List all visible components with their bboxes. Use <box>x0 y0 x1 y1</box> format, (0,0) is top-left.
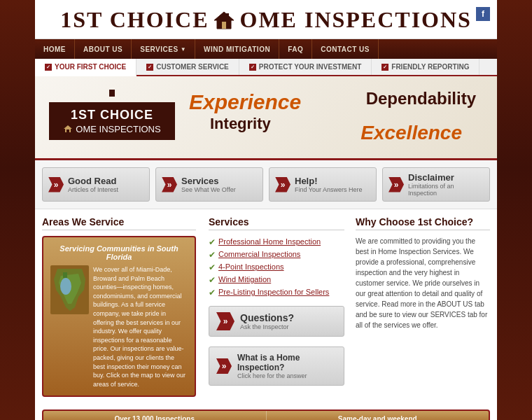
hero-words: Experience Dependability Integrity Excel… <box>175 83 483 151</box>
service-link-4[interactable]: Wind Mitigation <box>218 275 271 284</box>
logo-title: 1ST CHOICE <box>59 108 165 122</box>
check-icon-2: ✔ <box>209 250 216 260</box>
tab-customer-service[interactable]: ✓ CUSTOMER SERVICE <box>136 59 239 75</box>
help-title: Help! <box>295 176 363 186</box>
good-read-title: Good Read <box>68 176 118 186</box>
map-image <box>50 265 89 314</box>
home-inspection-sub: Click here for the answer <box>237 372 337 379</box>
word-excellence: Excellence <box>360 122 462 144</box>
disclaimer-title: Disclaimer <box>408 172 484 183</box>
tab-protect-investment[interactable]: ✓ PROTECT YOUR INVESTMENT <box>239 59 372 75</box>
home-inspection-button[interactable]: » What is a Home Inspection? Click here … <box>209 346 344 386</box>
site-title: 1ST CHOICE OME INSPECTIONS <box>35 7 497 33</box>
areas-heading: Areas We Service <box>42 216 196 230</box>
list-item: ✔ Professional Home Inspection <box>209 236 344 248</box>
word-experience: Experience <box>189 90 301 114</box>
check-icon-4: ✔ <box>209 275 216 285</box>
nav-services[interactable]: SERVICES ▼ <box>132 39 195 59</box>
map-title: Servicing Communities in South Florida <box>50 244 188 261</box>
nav-contact[interactable]: CONTACT US <box>312 39 379 59</box>
quicklink-disclaimer[interactable]: » Disclaimer Limitations of an Inspectio… <box>382 167 490 202</box>
questions-sub: Ask the Inspector <box>240 323 294 330</box>
word-integrity: Integrity <box>210 115 271 133</box>
why-heading: Why Choose 1st Choice? <box>356 216 490 230</box>
arrow-icon-1: » <box>48 177 64 192</box>
arrow-icon-2: » <box>162 177 177 192</box>
areas-column: Areas We Service Servicing Communities i… <box>42 216 203 402</box>
tab-your-first-choice[interactable]: ✓ YOUR FIRST CHOICE <box>35 59 136 76</box>
help-sub: Find Your Answers Here <box>295 186 363 193</box>
stats-bar: Over 13,000 Inspections Same-day and wee… <box>42 410 490 420</box>
tab-check-icon3: ✓ <box>249 64 256 71</box>
service-link-1[interactable]: Professional Home Inspection <box>218 237 321 246</box>
logo-box: 1ST CHOICE OME INSPECTIONS <box>49 102 175 140</box>
service-link-3[interactable]: 4-Point Inspections <box>218 262 284 271</box>
chimney-icon <box>109 90 115 97</box>
nav-faq[interactable]: FAQ <box>279 39 312 59</box>
questions-button[interactable]: » Questions? Ask the Inspector <box>209 306 344 337</box>
quicklink-help[interactable]: » Help! Find Your Answers Here <box>269 167 377 202</box>
word-dependability: Dependability <box>366 89 476 108</box>
services-title: Services <box>181 176 236 186</box>
tab-check-icon2: ✓ <box>146 64 153 71</box>
arrow-icon-4: » <box>388 177 404 192</box>
service-link-2[interactable]: Commercial Inspections <box>218 250 300 258</box>
hero-banner: 1ST CHOICE OME INSPECTIONS Experience De… <box>35 76 497 160</box>
services-sub: See What We Offer <box>181 186 236 193</box>
why-column: Why Choose 1st Choice? We are committed … <box>350 216 490 402</box>
logo-house-icon <box>63 125 73 133</box>
svg-rect-4 <box>66 130 69 132</box>
nav-home[interactable]: HOME <box>35 39 75 59</box>
svg-rect-7 <box>63 272 67 278</box>
main-wrapper: 1ST CHOICE OME INSPECTIONS f HOME ABOUT … <box>35 0 497 420</box>
check-icon-5: ✔ <box>209 288 216 298</box>
nav-about[interactable]: ABOUT US <box>75 39 132 59</box>
services-heading: Services <box>209 216 344 230</box>
home-inspection-arrow-icon: » <box>216 358 232 374</box>
stat-inspections: Over 13,000 Inspections <box>43 411 267 420</box>
quicklink-good-read[interactable]: » Good Read Articles of Interest <box>42 167 150 202</box>
list-item: ✔ Pre-Listing Inspection for Sellers <box>209 286 344 299</box>
map-description: We cover all of Miami-Dade, Broward and … <box>93 265 188 388</box>
services-column: Services ✔ Professional Home Inspection … <box>203 216 350 402</box>
tabs-bar: ✓ YOUR FIRST CHOICE ✓ CUSTOMER SERVICE ✓… <box>35 59 497 76</box>
service-link-5[interactable]: Pre-Listing Inspection for Sellers <box>218 288 329 296</box>
questions-title: Questions? <box>240 312 294 323</box>
disclaimer-sub: Limitations of an Inspection <box>408 183 484 197</box>
quicklink-services[interactable]: » Services See What We Offer <box>155 167 263 202</box>
facebook-icon[interactable]: f <box>476 7 490 21</box>
logo-sub: OME INSPECTIONS <box>59 124 165 134</box>
svg-rect-1 <box>222 22 226 29</box>
tab-friendly-reporting[interactable]: ✓ FRIENDLY REPORTING <box>372 59 479 75</box>
questions-arrow-icon: » <box>216 312 234 330</box>
house-icon <box>213 10 235 30</box>
why-text: We are committed to providing you the be… <box>356 236 490 330</box>
service-map-box[interactable]: Servicing Communities in South Florida W… <box>42 236 196 397</box>
stat-weekend: Same-day and weekend <box>267 411 489 420</box>
check-icon-1: ✔ <box>209 237 216 247</box>
quick-links: » Good Read Articles of Interest » Servi… <box>35 160 497 209</box>
list-item: ✔ Wind Mitigation <box>209 274 344 286</box>
hero-logo: 1ST CHOICE OME INSPECTIONS <box>49 95 175 140</box>
list-item: ✔ 4-Point Inspections <box>209 261 344 274</box>
check-icon-3: ✔ <box>209 262 216 272</box>
services-list: ✔ Professional Home Inspection ✔ Commerc… <box>209 236 344 299</box>
nav-wind[interactable]: WIND MITIGATION <box>195 39 279 59</box>
site-header: 1ST CHOICE OME INSPECTIONS f <box>35 0 497 39</box>
services-dropdown-icon: ▼ <box>181 46 186 52</box>
good-read-sub: Articles of Interest <box>68 186 118 193</box>
svg-rect-2 <box>226 13 229 18</box>
svg-point-6 <box>60 278 71 295</box>
navigation: HOME ABOUT US SERVICES ▼ WIND MITIGATION… <box>35 39 497 59</box>
tab-check-icon: ✓ <box>45 64 52 71</box>
home-inspection-title: What is a Home Inspection? <box>237 353 337 372</box>
tab-check-icon4: ✓ <box>382 64 388 71</box>
arrow-icon-3: » <box>275 177 290 192</box>
main-content: Areas We Service Servicing Communities i… <box>35 209 497 410</box>
list-item: ✔ Commercial Inspections <box>209 248 344 261</box>
